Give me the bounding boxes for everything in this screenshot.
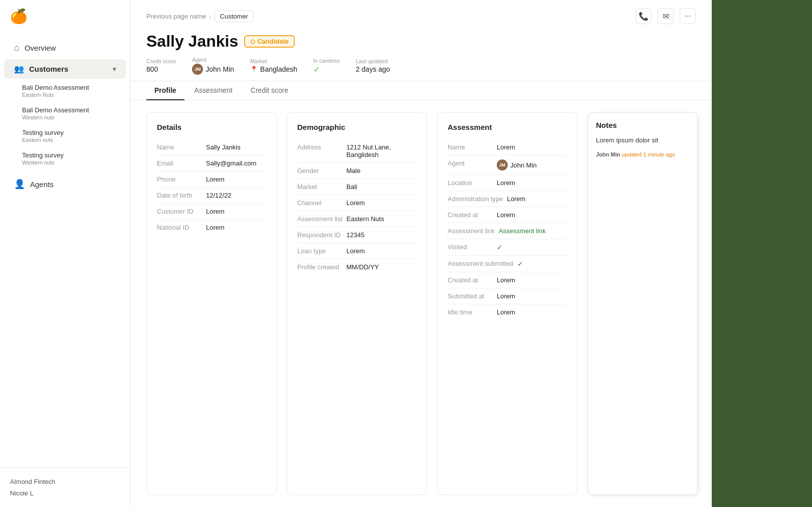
customer-header: Sally Jankis ◇ Candidate [130, 24, 712, 51]
tab-assessment[interactable]: Assessment [186, 81, 241, 100]
meta-market: Market 📍 Bangladesh [250, 58, 297, 73]
notes-time: 1 minute ago [643, 151, 675, 157]
breadcrumb: Previous page name › Customer [146, 11, 254, 22]
sidebar-subitem-bali-western[interactable]: Bali Demo Assessment Western nuts [4, 102, 126, 124]
subitem-subtitle: Western nuts [22, 159, 116, 165]
meta-credit-score: Credit score 800 [146, 58, 176, 73]
candidate-badge: ◇ Candidate [244, 35, 295, 48]
email-icon: ✉ [663, 12, 669, 21]
details-card: Details Name Sally Jankis Email Sally@gm… [146, 112, 277, 495]
overview-icon: ⌂ [14, 43, 20, 53]
sidebar-item-overview[interactable]: ⌂ Overview [4, 38, 126, 58]
location-icon: 📍 [250, 66, 258, 73]
diamond-icon: ◇ [250, 38, 255, 45]
is-careless-label: Is careless [313, 58, 340, 64]
right-panel [712, 0, 812, 507]
assess-field-admin-type: Administration type Lorem [448, 191, 567, 207]
meta-is-careless: Is careless ✓ [313, 58, 340, 74]
email-button[interactable]: ✉ [658, 8, 674, 24]
subitem-subtitle: Eastern Nuts [22, 92, 116, 98]
more-button[interactable]: ··· [680, 8, 696, 24]
subitem-title: Testing survey [22, 151, 116, 159]
details-field-dob: Date of birth 12/12/22 [157, 188, 266, 204]
phone-icon: 📞 [639, 12, 649, 21]
subitem-title: Bali Demo Assessment [22, 106, 116, 114]
sidebar-subitem-testing-western[interactable]: Testing survey Western nuts [4, 147, 126, 170]
agent-label: Agent [192, 57, 234, 63]
sidebar: 🍊 ⌂ Overview 👥 Customers ▾ Bali Demo Ass… [0, 0, 130, 507]
more-icon: ··· [684, 12, 691, 21]
demo-field-market: Market Bali [297, 179, 417, 195]
assessment-fields: Name Lorem Agent JM John Min Location Lo… [448, 139, 567, 320]
demo-field-profile-created: Profile created MM/DD/YY [297, 259, 417, 275]
details-field-email: Email Sally@gmail.com [157, 155, 266, 172]
meta-agent: Agent JM John Min [192, 57, 234, 75]
demo-field-channel: Channel Lorem [297, 195, 417, 211]
credit-score-value: 800 [146, 65, 176, 73]
demographic-card: Demographic Address 1212 Nut Lane, Bangl… [287, 112, 427, 495]
badge-label: Candidate [257, 38, 289, 45]
breadcrumb-separator: › [209, 13, 211, 20]
demo-field-respondent-id: Respondent ID 12345 [297, 227, 417, 243]
breadcrumb-current: Customer [215, 11, 254, 22]
app-logo-icon: 🍊 [10, 8, 28, 25]
assess-field-location: Location Lorem [448, 175, 567, 191]
notes-card: Notes Lorem ipsum dolor sit John Min upd… [587, 112, 698, 495]
demographic-title: Demographic [297, 123, 417, 131]
details-field-phone: Phone Lorem [157, 172, 266, 188]
sidebar-subitem-testing-eastern[interactable]: Testing survey Eastern nuts [4, 125, 126, 147]
assess-field-idle-time: Idle time Lorem [448, 304, 567, 320]
credit-score-label: Credit score [146, 58, 176, 64]
market-label: Market [250, 58, 297, 64]
details-field-customer-id: Customer ID Lorem [157, 204, 266, 220]
notes-author: John Min [596, 151, 620, 157]
agent-value: JM John Min [192, 64, 234, 75]
footer-user[interactable]: Nicole L [10, 487, 120, 499]
demographic-fields: Address 1212 Nut Lane, Banglidesh Gender… [297, 139, 417, 275]
tab-credit-score[interactable]: Credit score [243, 81, 296, 100]
assess-field-name: Name Lorem [448, 139, 567, 155]
assessment-title: Assessment [448, 123, 567, 131]
sidebar-item-customers[interactable]: 👥 Customers ▾ [4, 59, 126, 79]
is-careless-value: ✓ [313, 65, 340, 74]
assess-agent-avatar: JM [497, 159, 508, 171]
subitem-title: Testing survey [22, 129, 116, 136]
page-body: Details Name Sally Jankis Email Sally@gm… [130, 100, 712, 507]
sidebar-agents-label: Agents [30, 180, 54, 189]
assessment-link[interactable]: Assessment link [499, 227, 546, 235]
tab-profile[interactable]: Profile [146, 81, 184, 100]
meta-last-updated: Last updated 2 days ago [356, 58, 390, 73]
assess-field-created-at: Created at Lorem [448, 207, 567, 223]
details-fields: Name Sally Jankis Email Sally@gmail.com … [157, 139, 266, 235]
sidebar-subitem-bali-eastern[interactable]: Bali Demo Assessment Eastern Nuts [4, 80, 126, 102]
demo-field-assessment-list: Assessment list Eastern Nuts [297, 211, 417, 227]
tabs: Profile Assessment Credit score [130, 81, 712, 100]
main-content: Previous page name › Customer 📞 ✉ ··· Sa… [130, 0, 712, 507]
assess-field-link: Assessment link Assessment link [448, 223, 567, 239]
agent-avatar: JM [192, 64, 203, 75]
phone-button[interactable]: 📞 [636, 8, 652, 24]
assessment-card: Assessment Name Lorem Agent JM John Min … [437, 112, 577, 495]
footer-company[interactable]: Almond Fintech [10, 476, 120, 487]
details-field-national-id: National ID Lorem [157, 220, 266, 235]
subitem-title: Bali Demo Assessment [22, 84, 116, 91]
customer-name: Sally Jankis [146, 32, 238, 51]
sidebar-item-agents[interactable]: 👤 Agents [4, 174, 126, 195]
assess-field-submitted-at: Submitted at Lorem [448, 288, 567, 304]
breadcrumb-prev[interactable]: Previous page name [146, 13, 206, 20]
assess-field-submitted: Assessment submitted ✓ [448, 256, 567, 272]
details-title: Details [157, 123, 266, 131]
assess-field-agent: Agent JM John Min [448, 155, 567, 175]
sidebar-footer: Almond Fintech Nicole L [0, 467, 130, 507]
demo-field-address: Address 1212 Nut Lane, Banglidesh [297, 139, 417, 163]
details-field-name: Name Sally Jankis [157, 139, 266, 155]
meta-row: Credit score 800 Agent JM John Min Marke… [130, 51, 712, 81]
subitem-subtitle: Eastern nuts [22, 137, 116, 143]
logo-area: 🍊 [0, 0, 130, 33]
last-updated-value: 2 days ago [356, 65, 390, 73]
customers-icon: 👥 [14, 64, 24, 74]
chevron-down-icon: ▾ [113, 66, 116, 73]
notes-title: Notes [596, 121, 689, 129]
notes-meta: John Min updated 1 minute ago [596, 151, 689, 157]
topbar-actions: 📞 ✉ ··· [636, 8, 696, 24]
